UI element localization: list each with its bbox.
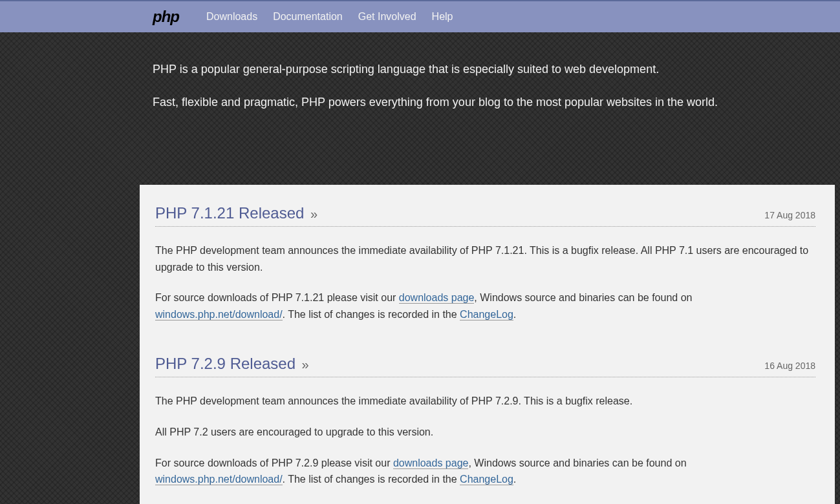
- nav-help[interactable]: Help: [424, 3, 461, 30]
- inline-link[interactable]: ChangeLog: [460, 309, 513, 320]
- inline-link[interactable]: windows.php.net/download/: [155, 309, 283, 320]
- hero-text-2: Fast, flexible and pragmatic, PHP powers…: [153, 94, 763, 111]
- inline-link[interactable]: downloads page: [399, 292, 475, 304]
- inline-link[interactable]: downloads page: [393, 457, 469, 469]
- entry-title: PHP 7.1.21 Released »: [155, 204, 318, 222]
- entry-paragraph: The PHP development team announces the i…: [155, 242, 815, 275]
- main-nav: Downloads Documentation Get Involved Hel…: [199, 3, 461, 30]
- entry-paragraph: For source downloads of PHP 7.2.9 please…: [155, 455, 815, 488]
- news-entry: PHP 7.2.9 Released »16 Aug 2018The PHP d…: [155, 355, 815, 487]
- entry-title-arrow-icon: »: [298, 357, 309, 372]
- entry-title: PHP 7.2.9 Released »: [155, 355, 309, 373]
- entry-paragraph: All PHP 7.2 users are encouraged to upgr…: [155, 424, 815, 441]
- inline-link[interactable]: ChangeLog: [460, 474, 513, 485]
- entry-header: PHP 7.2.9 Released »16 Aug 2018: [155, 355, 815, 377]
- entry-date: 16 Aug 2018: [764, 361, 815, 371]
- inline-link[interactable]: windows.php.net/download/: [155, 474, 283, 485]
- news-entry: PHP 7.1.21 Released »17 Aug 2018The PHP …: [155, 204, 815, 322]
- entry-header: PHP 7.1.21 Released »17 Aug 2018: [155, 204, 815, 227]
- entry-paragraph: For source downloads of PHP 7.1.21 pleas…: [155, 289, 815, 322]
- entry-paragraph: The PHP development team announces the i…: [155, 393, 815, 410]
- news-content: PHP 7.1.21 Released »17 Aug 2018The PHP …: [140, 185, 835, 504]
- topbar: php Downloads Documentation Get Involved…: [0, 1, 840, 32]
- php-logo[interactable]: php: [153, 8, 179, 26]
- nav-documentation[interactable]: Documentation: [265, 3, 350, 30]
- entry-body: The PHP development team announces the i…: [155, 393, 815, 487]
- hero: PHP is a popular general-purpose scripti…: [0, 32, 763, 185]
- entry-title-link[interactable]: PHP 7.1.21 Released: [155, 204, 304, 222]
- entry-date: 17 Aug 2018: [764, 210, 815, 220]
- entry-title-arrow-icon: »: [307, 207, 318, 221]
- nav-downloads[interactable]: Downloads: [199, 3, 265, 30]
- entry-body: The PHP development team announces the i…: [155, 242, 815, 322]
- entry-title-link[interactable]: PHP 7.2.9 Released: [155, 355, 296, 372]
- nav-get-involved[interactable]: Get Involved: [350, 3, 424, 30]
- hero-text-1: PHP is a popular general-purpose scripti…: [153, 61, 763, 78]
